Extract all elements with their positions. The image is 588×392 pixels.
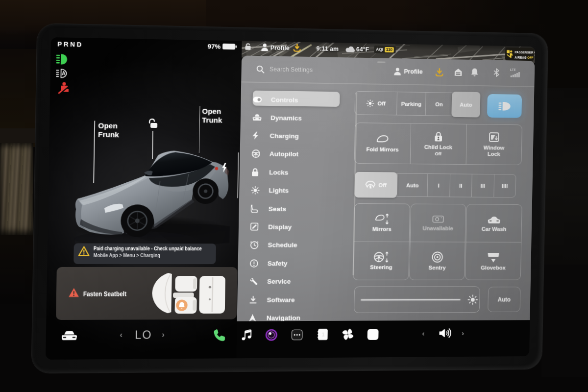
svg-text:1: 1 [321, 332, 324, 338]
svg-text:A: A [62, 71, 66, 76]
